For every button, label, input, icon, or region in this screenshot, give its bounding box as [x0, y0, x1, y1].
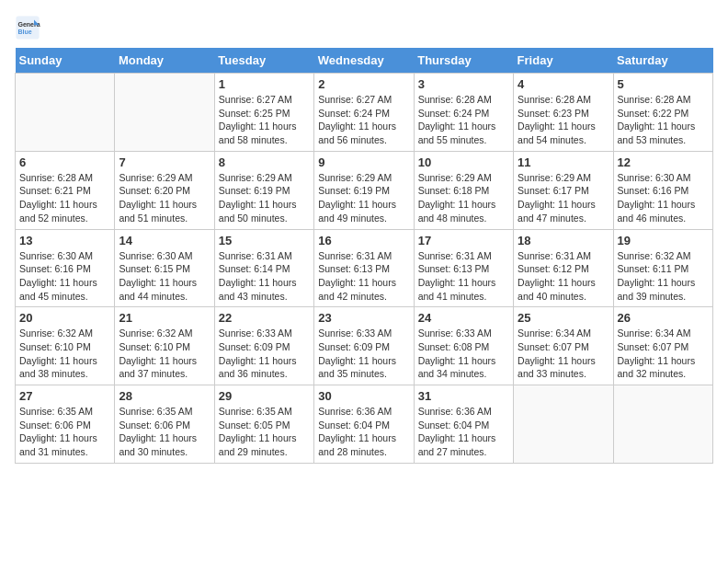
calendar-cell: 8 Sunrise: 6:29 AMSunset: 6:19 PMDayligh… — [214, 151, 313, 229]
header-sunday: Sunday — [16, 48, 115, 74]
day-info: Sunrise: 6:31 AMSunset: 6:14 PMDaylight:… — [219, 249, 310, 304]
day-info: Sunrise: 6:31 AMSunset: 6:13 PMDaylight:… — [418, 249, 509, 304]
day-number: 16 — [318, 234, 409, 247]
calendar-cell: 22 Sunrise: 6:33 AMSunset: 6:09 PMDaylig… — [214, 307, 313, 385]
svg-rect-0 — [16, 16, 39, 39]
calendar-cell: 25 Sunrise: 6:34 AMSunset: 6:07 PMDaylig… — [514, 307, 613, 385]
day-info: Sunrise: 6:32 AMSunset: 6:10 PMDaylight:… — [119, 327, 210, 381]
header-thursday: Thursday — [414, 48, 513, 74]
day-info: Sunrise: 6:28 AMSunset: 6:21 PMDaylight:… — [19, 171, 110, 225]
day-number: 1 — [219, 77, 310, 91]
day-number: 13 — [19, 234, 110, 247]
day-info: Sunrise: 6:36 AMSunset: 6:04 PMDaylight:… — [418, 405, 509, 459]
day-number: 24 — [418, 311, 509, 325]
calendar-cell: 3 Sunrise: 6:28 AMSunset: 6:24 PMDayligh… — [414, 74, 513, 152]
day-number: 26 — [618, 311, 709, 325]
day-info: Sunrise: 6:29 AMSunset: 6:18 PMDaylight:… — [418, 171, 509, 225]
day-info: Sunrise: 6:27 AMSunset: 6:24 PMDaylight:… — [318, 93, 409, 147]
day-number: 20 — [19, 311, 110, 325]
day-info: Sunrise: 6:35 AMSunset: 6:05 PMDaylight:… — [219, 405, 310, 459]
header-friday: Friday — [514, 48, 613, 74]
logo: General Blue — [15, 15, 44, 40]
day-number: 4 — [518, 77, 609, 91]
day-info: Sunrise: 6:33 AMSunset: 6:08 PMDaylight:… — [418, 327, 509, 381]
svg-text:Blue: Blue — [18, 29, 32, 35]
calendar-cell: 10 Sunrise: 6:29 AMSunset: 6:18 PMDaylig… — [414, 151, 513, 229]
day-number: 7 — [119, 155, 210, 169]
calendar-week-4: 20 Sunrise: 6:32 AMSunset: 6:10 PMDaylig… — [16, 307, 713, 385]
day-number: 23 — [318, 311, 409, 325]
calendar-cell: 14 Sunrise: 6:30 AMSunset: 6:15 PMDaylig… — [115, 229, 214, 307]
calendar-cell: 27 Sunrise: 6:35 AMSunset: 6:06 PMDaylig… — [16, 385, 115, 464]
calendar-cell: 16 Sunrise: 6:31 AMSunset: 6:13 PMDaylig… — [314, 229, 414, 307]
calendar-cell — [613, 385, 712, 464]
day-info: Sunrise: 6:30 AMSunset: 6:16 PMDaylight:… — [618, 171, 709, 225]
header-monday: Monday — [115, 48, 214, 74]
day-info: Sunrise: 6:33 AMSunset: 6:09 PMDaylight:… — [318, 327, 409, 381]
header-wednesday: Wednesday — [314, 48, 414, 74]
day-info: Sunrise: 6:30 AMSunset: 6:16 PMDaylight:… — [19, 249, 110, 304]
day-number: 21 — [119, 311, 210, 325]
day-info: Sunrise: 6:32 AMSunset: 6:10 PMDaylight:… — [19, 327, 110, 381]
day-number: 2 — [318, 77, 409, 91]
calendar-cell: 26 Sunrise: 6:34 AMSunset: 6:07 PMDaylig… — [613, 307, 712, 385]
day-info: Sunrise: 6:35 AMSunset: 6:06 PMDaylight:… — [119, 405, 210, 459]
calendar-cell: 28 Sunrise: 6:35 AMSunset: 6:06 PMDaylig… — [115, 385, 214, 464]
day-number: 10 — [418, 155, 509, 169]
calendar-cell: 6 Sunrise: 6:28 AMSunset: 6:21 PMDayligh… — [16, 151, 115, 229]
day-number: 5 — [618, 77, 709, 91]
calendar-cell: 20 Sunrise: 6:32 AMSunset: 6:10 PMDaylig… — [16, 307, 115, 385]
logo-icon: General Blue — [15, 15, 40, 40]
day-number: 27 — [19, 389, 110, 403]
day-number: 15 — [219, 234, 310, 247]
day-info: Sunrise: 6:28 AMSunset: 6:24 PMDaylight:… — [418, 93, 509, 147]
calendar-cell: 21 Sunrise: 6:32 AMSunset: 6:10 PMDaylig… — [115, 307, 214, 385]
calendar-cell: 5 Sunrise: 6:28 AMSunset: 6:22 PMDayligh… — [613, 74, 712, 152]
day-info: Sunrise: 6:36 AMSunset: 6:04 PMDaylight:… — [318, 405, 409, 459]
calendar-week-3: 13 Sunrise: 6:30 AMSunset: 6:16 PMDaylig… — [16, 229, 713, 307]
calendar-cell: 4 Sunrise: 6:28 AMSunset: 6:23 PMDayligh… — [514, 74, 613, 152]
calendar-cell: 1 Sunrise: 6:27 AMSunset: 6:25 PMDayligh… — [214, 74, 313, 152]
calendar-cell — [514, 385, 613, 464]
day-info: Sunrise: 6:28 AMSunset: 6:22 PMDaylight:… — [618, 93, 709, 147]
day-info: Sunrise: 6:32 AMSunset: 6:11 PMDaylight:… — [618, 249, 709, 304]
day-number: 8 — [219, 155, 310, 169]
header-saturday: Saturday — [613, 48, 712, 74]
calendar-cell: 7 Sunrise: 6:29 AMSunset: 6:20 PMDayligh… — [115, 151, 214, 229]
day-number: 3 — [418, 77, 509, 91]
day-info: Sunrise: 6:30 AMSunset: 6:15 PMDaylight:… — [119, 249, 210, 304]
day-number: 6 — [19, 155, 110, 169]
day-number: 25 — [518, 311, 609, 325]
calendar-cell: 12 Sunrise: 6:30 AMSunset: 6:16 PMDaylig… — [613, 151, 712, 229]
day-number: 12 — [618, 155, 709, 169]
day-number: 14 — [119, 234, 210, 247]
calendar-cell: 23 Sunrise: 6:33 AMSunset: 6:09 PMDaylig… — [314, 307, 414, 385]
header-tuesday: Tuesday — [214, 48, 313, 74]
day-number: 30 — [318, 389, 409, 403]
day-info: Sunrise: 6:29 AMSunset: 6:19 PMDaylight:… — [318, 171, 409, 225]
day-number: 31 — [418, 389, 509, 403]
day-number: 18 — [518, 234, 609, 247]
day-number: 11 — [518, 155, 609, 169]
calendar-cell — [16, 74, 115, 152]
calendar-week-5: 27 Sunrise: 6:35 AMSunset: 6:06 PMDaylig… — [16, 385, 713, 464]
day-info: Sunrise: 6:34 AMSunset: 6:07 PMDaylight:… — [518, 327, 609, 381]
day-info: Sunrise: 6:29 AMSunset: 6:17 PMDaylight:… — [518, 171, 609, 225]
day-number: 28 — [119, 389, 210, 403]
calendar-week-1: 1 Sunrise: 6:27 AMSunset: 6:25 PMDayligh… — [16, 74, 713, 152]
calendar-cell: 31 Sunrise: 6:36 AMSunset: 6:04 PMDaylig… — [414, 385, 513, 464]
day-number: 9 — [318, 155, 409, 169]
calendar-header-row: SundayMondayTuesdayWednesdayThursdayFrid… — [16, 48, 713, 74]
calendar-cell: 18 Sunrise: 6:31 AMSunset: 6:12 PMDaylig… — [514, 229, 613, 307]
day-info: Sunrise: 6:34 AMSunset: 6:07 PMDaylight:… — [618, 327, 709, 381]
day-number: 17 — [418, 234, 509, 247]
day-info: Sunrise: 6:35 AMSunset: 6:06 PMDaylight:… — [19, 405, 110, 459]
calendar-cell: 29 Sunrise: 6:35 AMSunset: 6:05 PMDaylig… — [214, 385, 313, 464]
day-info: Sunrise: 6:29 AMSunset: 6:20 PMDaylight:… — [119, 171, 210, 225]
calendar-cell: 17 Sunrise: 6:31 AMSunset: 6:13 PMDaylig… — [414, 229, 513, 307]
calendar-cell: 9 Sunrise: 6:29 AMSunset: 6:19 PMDayligh… — [314, 151, 414, 229]
calendar-cell: 15 Sunrise: 6:31 AMSunset: 6:14 PMDaylig… — [214, 229, 313, 307]
calendar-cell: 24 Sunrise: 6:33 AMSunset: 6:08 PMDaylig… — [414, 307, 513, 385]
calendar-cell: 11 Sunrise: 6:29 AMSunset: 6:17 PMDaylig… — [514, 151, 613, 229]
day-number: 29 — [219, 389, 310, 403]
